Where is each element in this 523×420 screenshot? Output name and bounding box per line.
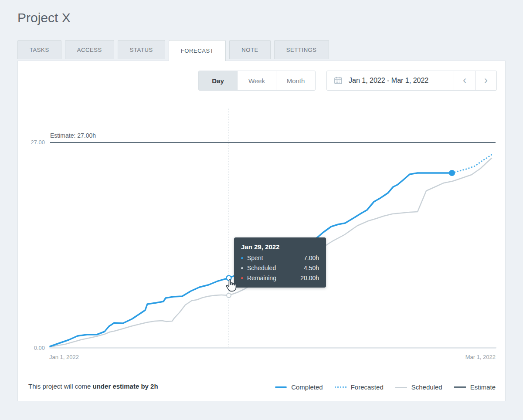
tab-bar: TASKS ACCESS STATUS FORECAST NOTE SETTIN…: [17, 40, 329, 61]
legend-label: Estimate: [470, 383, 496, 391]
toggle-week[interactable]: Week: [238, 71, 276, 90]
tooltip-row-label: Remaining: [247, 274, 300, 281]
tab-status[interactable]: STATUS: [118, 40, 165, 59]
forecast-panel: [17, 61, 506, 401]
chart-legend: Completed Forecasted Scheduled Estimate: [0, 383, 496, 391]
legend-completed: Completed: [275, 383, 323, 391]
estimate-annotation: Estimate: 27.00h: [50, 132, 96, 139]
legend-estimate: Estimate: [454, 383, 496, 391]
estimate-line-icon: [454, 386, 466, 388]
tab-note[interactable]: NOTE: [229, 40, 271, 59]
tooltip-row-value: 4.50h: [304, 264, 319, 271]
tooltip-row-spent: Spent 7.00h: [241, 254, 319, 261]
x-label-start: Jan 1, 2022: [49, 354, 79, 360]
prev-period-button[interactable]: ‹: [454, 71, 475, 90]
tooltip-row-value: 7.00h: [304, 254, 319, 261]
legend-forecasted: Forecasted: [335, 383, 384, 391]
toggle-month[interactable]: Month: [276, 71, 315, 90]
tab-forecast[interactable]: FORECAST: [169, 40, 226, 61]
date-range-picker[interactable]: Jan 1, 2022 - Mar 1, 2022 ‹ ›: [326, 71, 497, 91]
spent-dot-icon: [241, 257, 243, 259]
pointer-cursor-icon: [224, 279, 238, 296]
x-label-end: Mar 1, 2022: [452, 354, 496, 360]
y-tick-27: 27.00: [24, 139, 45, 146]
forecasted-line-icon: [335, 386, 346, 388]
y-tick-0: 0.00: [24, 345, 45, 351]
calendar-icon: [333, 76, 343, 85]
legend-scheduled: Scheduled: [395, 383, 442, 391]
scheduled-dot-icon: [241, 267, 243, 269]
legend-label: Forecasted: [351, 383, 384, 391]
tab-access[interactable]: ACCESS: [65, 40, 114, 59]
tooltip-row-remaining: Remaining 20.00h: [241, 274, 319, 281]
tooltip-row-value: 20.00h: [300, 274, 319, 281]
next-period-button[interactable]: ›: [475, 71, 496, 90]
view-granularity-toggle: Day Week Month: [198, 71, 316, 91]
page-title: Project X: [17, 10, 71, 25]
tab-tasks[interactable]: TASKS: [17, 40, 61, 59]
tooltip-row-scheduled: Scheduled 4.50h: [241, 264, 319, 271]
tab-settings[interactable]: SETTINGS: [274, 40, 329, 59]
tooltip-row-label: Spent: [247, 254, 304, 261]
completed-line-icon: [275, 386, 287, 388]
toggle-day[interactable]: Day: [199, 71, 238, 90]
tooltip-row-label: Scheduled: [247, 264, 304, 271]
chart-tooltip: Jan 29, 2022 Spent 7.00h Scheduled 4.50h…: [234, 237, 326, 288]
scheduled-line-icon: [395, 387, 407, 388]
remaining-dot-icon: [241, 277, 243, 279]
legend-label: Completed: [291, 383, 323, 391]
date-range-value: Jan 1, 2022 - Mar 1, 2022: [349, 77, 454, 85]
tooltip-date: Jan 29, 2022: [241, 243, 319, 251]
legend-label: Scheduled: [411, 383, 442, 391]
